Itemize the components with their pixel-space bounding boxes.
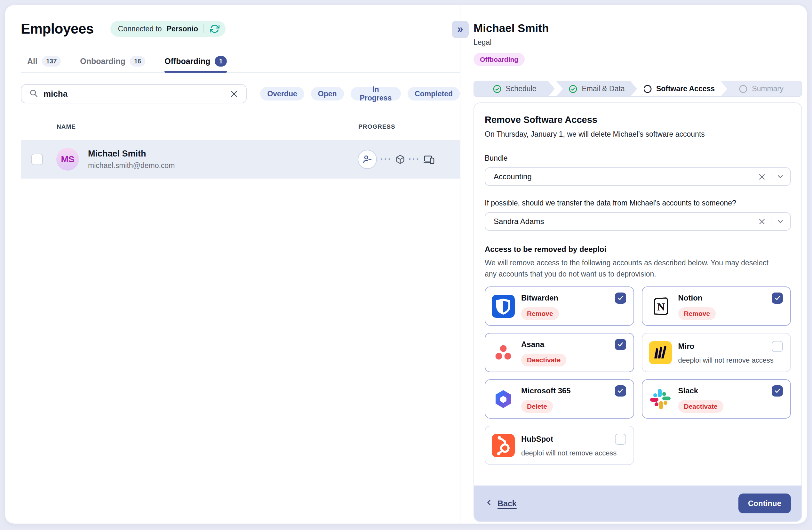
progress-dots: ···: [409, 155, 420, 163]
transfer-value: Sandra Adams: [494, 217, 758, 226]
software-name: Bitwarden: [521, 293, 615, 302]
software-checkbox[interactable]: [772, 385, 783, 397]
software-info: SlackDeactivate: [678, 385, 783, 413]
employee-email: michael.smith@demo.com: [88, 161, 175, 170]
filter-chip-overdue[interactable]: Overdue: [260, 87, 304, 100]
software-checkbox[interactable]: [615, 339, 626, 350]
software-card-bitwarden[interactable]: BitwardenRemove: [485, 286, 634, 326]
clear-transfer-icon[interactable]: [758, 218, 766, 226]
filter-chip-completed[interactable]: Completed: [408, 87, 460, 100]
tab-label: Onboarding: [80, 57, 126, 66]
tab-all[interactable]: All137: [27, 56, 61, 72]
action-badge: Deactivate: [521, 354, 566, 367]
software-card-slack[interactable]: SlackDeactivate: [642, 379, 791, 419]
employee-tabs: All137Onboarding16Offboarding1: [21, 56, 460, 73]
software-grid: BitwardenRemoveNNotionRemoveAsanaDeactiv…: [485, 286, 791, 465]
software-name: HubSpot: [521, 435, 615, 444]
software-name: Microsoft 365: [521, 386, 615, 395]
employees-header: Employees Connected to Personio: [21, 21, 460, 37]
tab-count-badge: 137: [42, 56, 61, 67]
step-label: Email & Data: [582, 85, 624, 93]
bundle-select[interactable]: Accounting: [485, 167, 791, 186]
software-info: Microsoft 365Delete: [521, 385, 626, 413]
slack-logo: [649, 388, 672, 411]
card-subtitle: On Thursday, January 1, we will delete M…: [485, 130, 791, 139]
tab-count-badge: 1: [215, 56, 227, 67]
software-checkbox[interactable]: [615, 434, 626, 445]
filter-chip-in-progress[interactable]: In Progress: [351, 87, 401, 100]
software-top-row: HubSpot: [521, 434, 626, 445]
circle-icon: [739, 85, 748, 94]
software-checkbox[interactable]: [772, 292, 783, 304]
transfer-question: If possible, should we transfer the data…: [485, 199, 791, 207]
step-schedule[interactable]: Schedule: [474, 81, 555, 96]
search-row: OverdueOpenIn ProgressCompleted: [21, 84, 460, 103]
miro-logo: [649, 341, 672, 364]
refresh-icon[interactable]: [208, 23, 221, 35]
software-checkbox[interactable]: [615, 292, 626, 304]
access-section-title: Access to be removed by deeploi: [485, 245, 791, 254]
transfer-select[interactable]: Sandra Adams: [485, 212, 791, 231]
software-access-body: Remove Software Access On Thursday, Janu…: [474, 103, 801, 486]
progress-dots: ···: [380, 155, 392, 163]
step-software-access[interactable]: Software Access: [639, 81, 719, 96]
software-info: Mirodeeploi will not remove access: [678, 341, 783, 364]
software-card-asana[interactable]: AsanaDeactivate: [485, 333, 634, 372]
software-name: Notion: [678, 293, 772, 302]
continue-button[interactable]: Continue: [738, 493, 791, 513]
column-header-name: NAME: [57, 123, 76, 130]
employee-department: Legal: [474, 38, 802, 47]
chevron-down-icon[interactable]: [776, 217, 784, 226]
action-badge: Deactivate: [678, 400, 723, 413]
software-card-miro[interactable]: Mirodeeploi will not remove access: [642, 333, 791, 372]
software-card-notion[interactable]: NNotionRemove: [642, 286, 791, 326]
chevron-down-icon[interactable]: [776, 172, 784, 181]
back-label: Back: [497, 499, 517, 508]
action-badge: Remove: [678, 307, 716, 320]
step-label: Schedule: [506, 85, 537, 93]
card-title: Remove Software Access: [485, 115, 791, 125]
filter-chip-open[interactable]: Open: [311, 87, 344, 100]
software-info: NotionRemove: [678, 292, 783, 320]
devices-icon: [424, 154, 434, 165]
software-top-row: Asana: [521, 339, 626, 350]
pill-divider: [203, 24, 203, 33]
action-badge: Remove: [521, 307, 559, 320]
no-removal-note: deeploi will not remove access: [678, 356, 783, 364]
row-checkbox[interactable]: [31, 154, 43, 165]
card-footer: Back Continue: [474, 486, 801, 521]
search-input[interactable]: [44, 89, 224, 99]
software-card-hubspot[interactable]: HubSpotdeeploi will not remove access: [485, 426, 634, 465]
person-minus-icon[interactable]: [358, 150, 377, 169]
check-circle-icon: [568, 85, 578, 94]
clear-search-icon[interactable]: [230, 90, 238, 98]
tab-offboarding[interactable]: Offboarding1: [164, 56, 227, 72]
chevrons-right-icon[interactable]: »: [452, 21, 469, 38]
employee-detail-name: Michael Smith: [474, 22, 802, 34]
offboarding-stepper: ScheduleEmail & DataSoftware AccessSumma…: [474, 81, 802, 97]
software-checkbox[interactable]: [615, 385, 626, 397]
software-top-row: Bitwarden: [521, 292, 626, 304]
software-info: BitwardenRemove: [521, 292, 626, 320]
employee-list: MSMichael Smithmichael.smith@demo.com···…: [21, 140, 460, 178]
svg-text:N: N: [657, 301, 665, 313]
employee-name: Michael Smith: [88, 149, 175, 159]
tab-onboarding[interactable]: Onboarding16: [80, 56, 145, 72]
table-row[interactable]: MSMichael Smithmichael.smith@demo.com···…: [21, 140, 460, 178]
circle-icon: [643, 85, 652, 94]
software-top-row: Slack: [678, 385, 783, 397]
status-filter-chips: OverdueOpenIn ProgressCompleted: [260, 87, 460, 100]
back-button[interactable]: Back: [485, 498, 517, 508]
bundle-value: Accounting: [494, 172, 758, 181]
tab-count-badge: 16: [130, 56, 145, 67]
connected-pill: Connected to Personio: [111, 21, 226, 37]
access-section-description: We will remove access to the following a…: [485, 257, 782, 280]
software-card-microsoft-365[interactable]: Microsoft 365Delete: [485, 379, 634, 419]
step-summary[interactable]: Summary: [721, 81, 801, 96]
step-email-data[interactable]: Email & Data: [556, 81, 637, 96]
check-circle-icon: [493, 85, 502, 94]
search-box: [21, 84, 247, 103]
software-checkbox[interactable]: [772, 341, 783, 352]
clear-bundle-icon[interactable]: [758, 173, 766, 181]
asana-logo: [492, 341, 515, 364]
